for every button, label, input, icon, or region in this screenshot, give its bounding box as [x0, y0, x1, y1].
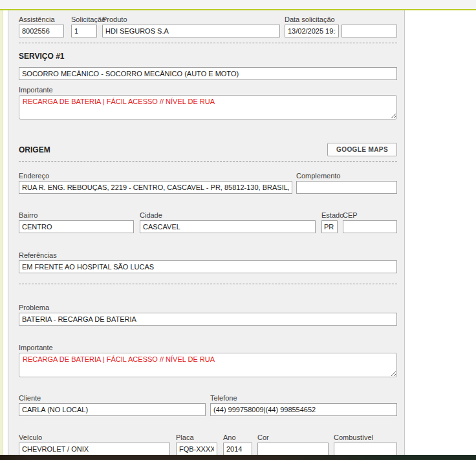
data-solicitacao-label: Data solicitação [285, 16, 397, 23]
problema-importante-label: Importante [19, 344, 397, 351]
data-solicitacao-input[interactable] [285, 25, 339, 37]
referencias-input[interactable] [19, 260, 397, 273]
servico-importante-label: Importante [19, 86, 397, 94]
separator [19, 161, 397, 162]
header-row: Assistência Solicitação Produto Data sol… [19, 16, 397, 37]
cidade-label: Cidade [140, 211, 316, 219]
veiculo-row: Veículo Placa Ano Cor Combustível [19, 434, 397, 455]
solicitacao-input[interactable] [71, 25, 97, 37]
produto-input[interactable] [102, 25, 280, 37]
telefone-label: Telefone [210, 394, 397, 402]
ano-input[interactable] [223, 443, 252, 455]
data-solicitacao-extra-input[interactable] [341, 25, 397, 37]
solicitacao-label: Solicitação [71, 16, 97, 23]
veiculo-input[interactable] [19, 443, 170, 455]
produto-label: Produto [102, 16, 280, 23]
cliente-label: Cliente [19, 394, 206, 402]
cliente-input[interactable] [19, 403, 206, 416]
bairro-input[interactable] [19, 220, 134, 233]
separator [19, 43, 397, 43]
placa-input[interactable] [176, 443, 217, 455]
complemento-label: Complemento [296, 172, 397, 180]
ano-label: Ano [223, 434, 252, 441]
assistencia-input[interactable] [19, 25, 64, 37]
endereco-label: Endereço [19, 172, 292, 180]
complemento-input[interactable] [296, 181, 397, 194]
left-edge-strip [0, 10, 3, 455]
problema-label: Problema [19, 304, 397, 311]
estado-input[interactable] [321, 220, 338, 233]
bairro-row: Bairro Cidade Estado CEP [19, 211, 397, 233]
referencias-label: Referências [19, 251, 397, 259]
placa-label: Placa [176, 434, 217, 441]
cor-input[interactable] [257, 443, 329, 455]
cep-label: CEP [343, 211, 397, 219]
cep-input[interactable] [343, 220, 397, 233]
telefone-input[interactable] [210, 403, 397, 416]
separator [19, 284, 397, 284]
origem-heading: ORIGEM [19, 145, 50, 154]
service-form-panel: Assistência Solicitação Produto Data sol… [8, 10, 405, 455]
cor-label: Cor [257, 434, 329, 441]
google-maps-button[interactable]: GOOGLE MAPS [327, 143, 397, 156]
problema-importante-textarea[interactable]: RECARGA DE BATERIA | FÁCIL ACESSO // NÍV… [19, 353, 397, 377]
problema-input[interactable] [19, 313, 397, 326]
combustivel-label: Combustível [334, 434, 397, 441]
endereco-row: Endereço Complemento [19, 172, 397, 194]
bairro-label: Bairro [19, 211, 134, 219]
assistencia-label: Assistência [19, 16, 64, 23]
endereco-input[interactable] [19, 181, 292, 194]
servico-importante-textarea[interactable]: RECARGA DE BATERIA | FÁCIL ACESSO // NÍV… [19, 95, 397, 120]
cliente-row: Cliente Telefone [19, 394, 397, 416]
veiculo-label: Veículo [19, 434, 170, 441]
servico-heading: SERVIÇO #1 [19, 52, 397, 61]
servico-descricao-input[interactable] [19, 67, 397, 80]
cidade-input[interactable] [140, 220, 316, 233]
combustivel-input[interactable] [334, 443, 397, 455]
origem-header-row: ORIGEM GOOGLE MAPS [19, 143, 397, 156]
top-window-strip [0, 0, 476, 10]
estado-label: Estado [321, 211, 338, 219]
bottom-window-bar [0, 455, 476, 460]
